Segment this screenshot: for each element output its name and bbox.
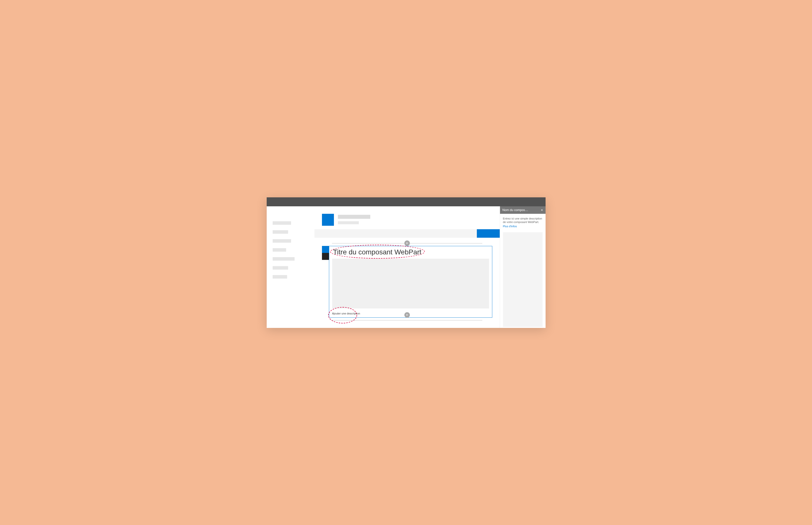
annotation-ellipse-description [328, 307, 357, 324]
main-content: + Titre du composant WebPart Ajouter une… [314, 206, 500, 328]
plus-icon: + [406, 241, 408, 245]
app-body: + Titre du composant WebPart Ajouter une… [267, 206, 546, 328]
webpart-row: Titre du composant WebPart Ajouter une d… [322, 246, 492, 318]
webpart-description[interactable]: Ajouter une description [332, 312, 489, 315]
property-pane-title: Nom du compos… [502, 208, 540, 212]
left-nav [267, 206, 314, 328]
close-icon[interactable]: × [541, 208, 543, 212]
nav-item-placeholder[interactable] [273, 230, 288, 234]
webpart-toolbar [322, 246, 329, 318]
nav-item-placeholder[interactable] [273, 221, 291, 225]
nav-item-placeholder[interactable] [273, 257, 295, 261]
plus-icon: + [406, 313, 408, 317]
app-window: + Titre du composant WebPart Ajouter une… [267, 197, 546, 328]
property-pane-help-text: Entrez ici une simple description de vot… [503, 217, 542, 224]
nav-item-placeholder[interactable] [273, 239, 291, 243]
command-bar [314, 229, 500, 238]
webpart-content-placeholder [332, 259, 489, 309]
section-divider-bottom [332, 320, 482, 320]
site-logo [322, 214, 334, 226]
property-pane: Nom du compos… × Entrez ici une simple d… [500, 206, 546, 328]
property-pane-body-placeholder [503, 232, 543, 327]
webpart-move-handle[interactable] [322, 253, 329, 260]
site-header [314, 206, 500, 229]
site-title-placeholder [338, 215, 370, 219]
webpart-edit-handle[interactable] [322, 246, 329, 253]
nav-item-placeholder[interactable] [273, 248, 286, 252]
property-pane-description: Entrez ici une simple description de vot… [500, 214, 546, 231]
add-webpart-button-bottom[interactable]: + [404, 312, 410, 318]
site-title-block [338, 214, 370, 224]
site-subtitle-placeholder [338, 221, 359, 224]
webpart-title[interactable]: Titre du composant WebPart [333, 248, 489, 256]
primary-action-button[interactable] [477, 229, 500, 238]
nav-item-placeholder[interactable] [273, 275, 287, 279]
window-titlebar [267, 197, 546, 206]
page-canvas: + Titre du composant WebPart Ajouter une… [314, 238, 500, 328]
webpart[interactable]: Titre du composant WebPart Ajouter une d… [329, 246, 492, 318]
section: + Titre du composant WebPart Ajouter une… [322, 238, 492, 320]
nav-item-placeholder[interactable] [273, 266, 288, 270]
add-webpart-button-top[interactable]: + [404, 240, 410, 246]
more-info-link[interactable]: Plus d'infos [503, 225, 517, 228]
property-pane-header: Nom du compos… × [500, 206, 546, 214]
